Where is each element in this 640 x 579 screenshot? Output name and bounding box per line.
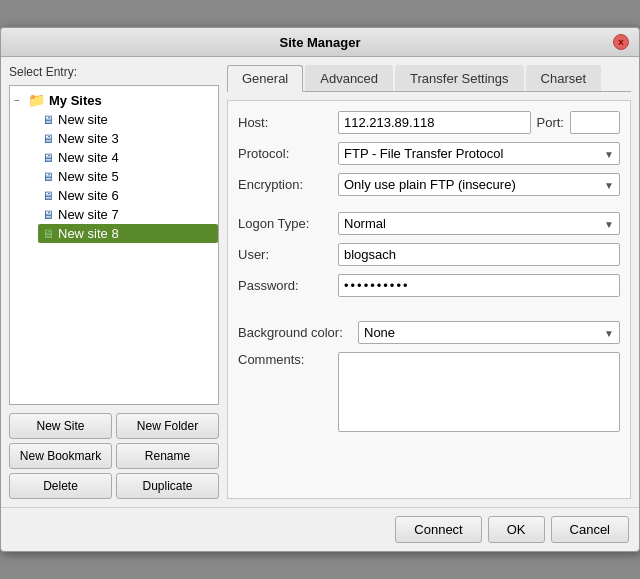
tree-item-new-site-6[interactable]: 🖥 New site 6 xyxy=(38,186,218,205)
folder-toggle-icon: − xyxy=(14,95,28,106)
tree-item-new-site-3[interactable]: 🖥 New site 3 xyxy=(38,129,218,148)
comments-label: Comments: xyxy=(238,352,338,367)
ok-button[interactable]: OK xyxy=(488,516,545,543)
user-label: User: xyxy=(238,247,338,262)
site-icon: 🖥 xyxy=(42,170,54,184)
dialog-body: Select Entry: − 📁 My Sites 🖥 New site 🖥 … xyxy=(1,57,639,507)
site-icon: 🖥 xyxy=(42,113,54,127)
tree-folder-my-sites[interactable]: − 📁 My Sites xyxy=(10,90,218,110)
form-section: Host: Port: Protocol: FTP - File Transfe… xyxy=(227,100,631,499)
rename-button[interactable]: Rename xyxy=(116,443,219,469)
action-buttons: New Site New Folder New Bookmark Rename … xyxy=(9,413,219,499)
password-label: Password: xyxy=(238,278,338,293)
tree-items: 🖥 New site 🖥 New site 3 🖥 New site 4 🖥 N… xyxy=(10,110,218,243)
logon-type-label: Logon Type: xyxy=(238,216,338,231)
protocol-select[interactable]: FTP - File Transfer Protocol xyxy=(338,142,620,165)
tree-item-new-site-4[interactable]: 🖥 New site 4 xyxy=(38,148,218,167)
port-label: Port: xyxy=(537,115,564,130)
delete-button[interactable]: Delete xyxy=(9,473,112,499)
protocol-row: Protocol: FTP - File Transfer Protocol ▼ xyxy=(238,142,620,165)
host-label: Host: xyxy=(238,115,338,130)
host-row: Host: Port: xyxy=(238,111,620,134)
tab-advanced[interactable]: Advanced xyxy=(305,65,393,91)
tree-container[interactable]: − 📁 My Sites 🖥 New site 🖥 New site 3 🖥 xyxy=(9,85,219,405)
tree-item-new-site-1[interactable]: 🖥 New site xyxy=(38,110,218,129)
my-sites-label: My Sites xyxy=(49,93,102,108)
folder-icon: 📁 xyxy=(28,92,45,108)
logon-type-select[interactable]: Normal xyxy=(338,212,620,235)
port-input[interactable] xyxy=(570,111,620,134)
user-input[interactable] xyxy=(338,243,620,266)
tab-charset[interactable]: Charset xyxy=(526,65,602,91)
site-icon: 🖥 xyxy=(42,227,54,241)
new-bookmark-button[interactable]: New Bookmark xyxy=(9,443,112,469)
left-panel: Select Entry: − 📁 My Sites 🖥 New site 🖥 … xyxy=(9,65,219,499)
site-icon: 🖥 xyxy=(42,151,54,165)
tab-general[interactable]: General xyxy=(227,65,303,92)
bg-color-select[interactable]: None xyxy=(358,321,620,344)
tree-item-label: New site 3 xyxy=(58,131,119,146)
comments-textarea[interactable] xyxy=(338,352,620,432)
titlebar: Site Manager × xyxy=(1,28,639,57)
site-manager-dialog: Site Manager × Select Entry: − 📁 My Site… xyxy=(0,27,640,552)
bg-color-select-wrapper: None ▼ xyxy=(358,321,620,344)
connect-button[interactable]: Connect xyxy=(395,516,481,543)
logon-type-select-wrapper: Normal ▼ xyxy=(338,212,620,235)
tree-item-new-site-5[interactable]: 🖥 New site 5 xyxy=(38,167,218,186)
bottom-bar: Connect OK Cancel xyxy=(1,507,639,551)
host-field-group: Port: xyxy=(338,111,620,134)
password-input[interactable] xyxy=(338,274,620,297)
encryption-select[interactable]: Only use plain FTP (insecure) xyxy=(338,173,620,196)
tree-item-label: New site xyxy=(58,112,108,127)
logon-type-row: Logon Type: Normal ▼ xyxy=(238,212,620,235)
host-input[interactable] xyxy=(338,111,531,134)
new-folder-button[interactable]: New Folder xyxy=(116,413,219,439)
tree-item-label: New site 4 xyxy=(58,150,119,165)
site-icon: 🖥 xyxy=(42,189,54,203)
tree-item-label: New site 7 xyxy=(58,207,119,222)
tree-item-new-site-7[interactable]: 🖥 New site 7 xyxy=(38,205,218,224)
site-icon: 🖥 xyxy=(42,208,54,222)
duplicate-button[interactable]: Duplicate xyxy=(116,473,219,499)
protocol-label: Protocol: xyxy=(238,146,338,161)
tree-item-label: New site 5 xyxy=(58,169,119,184)
user-row: User: xyxy=(238,243,620,266)
encryption-row: Encryption: Only use plain FTP (insecure… xyxy=(238,173,620,196)
tree-item-label: New site 6 xyxy=(58,188,119,203)
encryption-label: Encryption: xyxy=(238,177,338,192)
tabs: General Advanced Transfer Settings Chars… xyxy=(227,65,631,92)
bg-color-label: Background color: xyxy=(238,325,358,340)
cancel-button[interactable]: Cancel xyxy=(551,516,629,543)
protocol-select-wrapper: FTP - File Transfer Protocol ▼ xyxy=(338,142,620,165)
encryption-select-wrapper: Only use plain FTP (insecure) ▼ xyxy=(338,173,620,196)
bg-color-row: Background color: None ▼ xyxy=(238,321,620,344)
comments-row: Comments: xyxy=(238,352,620,432)
select-entry-label: Select Entry: xyxy=(9,65,219,79)
close-button[interactable]: × xyxy=(613,34,629,50)
tree-item-new-site-8[interactable]: 🖥 New site 8 xyxy=(38,224,218,243)
password-row: Password: xyxy=(238,274,620,297)
site-icon: 🖥 xyxy=(42,132,54,146)
new-site-button[interactable]: New Site xyxy=(9,413,112,439)
dialog-title: Site Manager xyxy=(27,35,613,50)
right-panel: General Advanced Transfer Settings Chars… xyxy=(227,65,631,499)
tab-transfer-settings[interactable]: Transfer Settings xyxy=(395,65,524,91)
tree-item-label: New site 8 xyxy=(58,226,119,241)
